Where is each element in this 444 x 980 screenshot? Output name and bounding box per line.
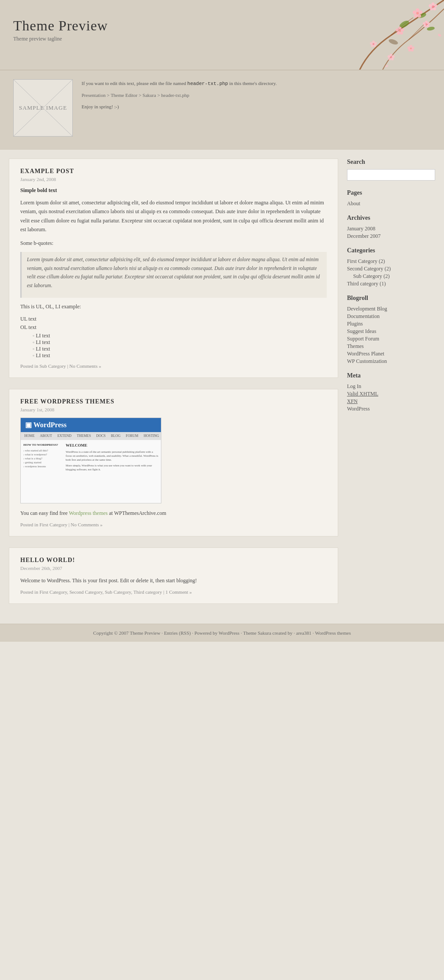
- cherry-blossom-decoration: [276, 0, 444, 70]
- pages-link-about[interactable]: About: [347, 200, 360, 207]
- blogroll-item-dev: Development Blog: [347, 305, 435, 313]
- svg-point-36: [391, 58, 394, 60]
- svg-point-1: [417, 12, 427, 19]
- meta-link-xhtml[interactable]: Valid XHTML: [347, 391, 378, 397]
- blogroll-link-themes[interactable]: Themes: [347, 343, 364, 349]
- category-link-third[interactable]: Third category (1): [347, 281, 386, 287]
- wp-screenshot-image: ▣ WordPress HOME ABOUT EXTEND THEMES DOC…: [20, 418, 161, 503]
- blockquote-text: Lorem ipsum dolor sit amet, consectetur …: [27, 255, 321, 290]
- svg-point-18: [400, 32, 403, 35]
- category-link-first[interactable]: First Category (2): [347, 258, 385, 264]
- svg-point-16: [399, 27, 402, 30]
- blogroll-link-dev[interactable]: Development Blog: [347, 306, 387, 312]
- post-comments-link-hello[interactable]: 1 Comment »: [165, 589, 192, 595]
- svg-point-23: [427, 22, 430, 25]
- svg-point-6: [418, 14, 421, 18]
- svg-point-0: [399, 19, 410, 29]
- two-column-layout: EXAMPLE POST January 2nd, 2008 Simple bo…: [0, 150, 444, 624]
- svg-point-5: [419, 11, 422, 14]
- meta-item-xhtml: Valid XHTML: [347, 390, 435, 398]
- svg-point-8: [413, 11, 416, 14]
- post-footer-example: Posted in Sub Category | No Comments »: [20, 363, 327, 369]
- post-category-link-hello[interactable]: First Category, Second Category, Sub Cat…: [39, 589, 162, 595]
- post-title-link-wp-themes[interactable]: FREE WORDPRESS THEMES: [20, 398, 114, 405]
- categories-list: First Category (2) Second Category (2) S…: [347, 258, 435, 288]
- category-link-sub[interactable]: Sub Category (2): [353, 273, 390, 279]
- svg-point-7: [414, 14, 418, 18]
- blogroll-link-suggest[interactable]: Suggest Ideas: [347, 328, 376, 334]
- svg-point-3: [426, 26, 435, 31]
- bold-text: Simple bold text: [20, 187, 327, 194]
- blogroll-link-plugins[interactable]: Plugins: [347, 321, 363, 327]
- post-category-link-wp[interactable]: First Category: [39, 522, 67, 527]
- blogroll-item-suggest: Suggest Ideas: [347, 328, 435, 335]
- list-item: LI text: [29, 333, 327, 339]
- blogroll-link-support[interactable]: Support Forum: [347, 336, 379, 342]
- svg-point-10: [432, 3, 435, 6]
- svg-point-35: [392, 55, 395, 58]
- meta-item-login: Log In: [347, 383, 435, 390]
- svg-point-27: [425, 23, 427, 25]
- svg-point-32: [407, 47, 410, 49]
- blockquote: Lorem ipsum dolor sit amet, consectetur …: [20, 252, 327, 298]
- enjoy-text: Enjoy in spring! :-): [82, 103, 277, 111]
- main-content: EXAMPLE POST January 2nd, 2008 Simple bo…: [9, 159, 338, 615]
- category-item-sub: Sub Category (2): [347, 273, 435, 280]
- search-input[interactable]: [347, 169, 435, 181]
- svg-point-25: [424, 25, 426, 27]
- wp-screenshot-body: HOW TO WORDPRESS? › who started all this…: [21, 440, 161, 503]
- sidebar-pages-heading: Pages: [347, 189, 435, 196]
- post-category-link[interactable]: Sub Category: [39, 363, 66, 369]
- svg-point-46: [371, 44, 373, 47]
- archives-link-jan[interactable]: January 2008: [347, 226, 375, 232]
- site-header: Theme Preview Theme preview tagline: [0, 0, 444, 70]
- svg-point-34: [390, 54, 392, 56]
- svg-point-31: [408, 49, 411, 52]
- svg-point-17: [401, 29, 404, 32]
- svg-point-9: [416, 12, 419, 15]
- blogroll-item-wp-custom: WP Customization: [347, 358, 435, 365]
- blogroll-link-wp-planet[interactable]: WordPress Planet: [347, 351, 384, 357]
- svg-point-14: [429, 4, 432, 7]
- svg-point-26: [423, 22, 425, 25]
- bquotes-label: Some b-quotes:: [20, 239, 327, 248]
- site-footer: Copyright © 2007 Theme Preview · Entries…: [0, 624, 444, 642]
- svg-point-33: [410, 48, 412, 49]
- wordpress-themes-link[interactable]: Wordpress themes: [69, 510, 108, 516]
- meta-link-wp[interactable]: WordPress: [347, 406, 370, 412]
- meta-item-xfn: XFN: [347, 398, 435, 405]
- post-comments-link-wp[interactable]: No Comments »: [71, 522, 102, 527]
- svg-point-39: [390, 56, 392, 58]
- blogroll-link-wp-custom[interactable]: WP Customization: [347, 358, 387, 364]
- wp-screenshot-sidebar: HOW TO WORDPRESS? › who started all this…: [23, 443, 63, 500]
- archives-link-dec[interactable]: December 2007: [347, 233, 381, 239]
- blogroll-link-docs[interactable]: Documentation: [347, 313, 380, 319]
- breadcrumb-path: Presentation > Theme Editor > Sakura > h…: [82, 91, 277, 100]
- post-content-wp-themes: ▣ WordPress HOME ABOUT EXTEND THEMES DOC…: [20, 418, 327, 518]
- post-link-text: You can easy find free Wordpress themes …: [20, 509, 327, 518]
- post-footer-wp-themes: Posted in First Category | No Comments »: [20, 522, 327, 527]
- post-title-link-hello[interactable]: HELLO WORLD!: [20, 557, 75, 563]
- category-link-second[interactable]: Second Category (2): [347, 266, 391, 272]
- svg-point-21: [399, 30, 401, 32]
- post-comments-link[interactable]: No Comments »: [69, 363, 101, 369]
- list-item: LI text: [29, 346, 327, 352]
- sidebar: Search Pages About Archives January 2008…: [347, 159, 435, 615]
- footer-text: Copyright © 2007 Theme Preview · Entries…: [93, 630, 351, 636]
- list-item: LI text: [29, 352, 327, 359]
- meta-link-xfn[interactable]: XFN: [347, 398, 358, 404]
- ul-ol-label: This is UL, OL, LI example:: [20, 302, 327, 311]
- sidebar-categories-heading: Categories: [347, 247, 435, 254]
- sidebar-blogroll-heading: Blogroll: [347, 295, 435, 302]
- post-title-link-example[interactable]: EXAMPLE POST: [20, 168, 74, 174]
- wp-logo: ▣ WordPress: [25, 421, 67, 429]
- svg-point-40: [437, 33, 441, 37]
- sample-image: SAMPLE IMAGE: [13, 79, 73, 137]
- pages-list: About: [347, 200, 435, 207]
- meta-link-login[interactable]: Log In: [347, 383, 361, 389]
- page-wrapper: SAMPLE IMAGE If you want to edit this te…: [0, 70, 444, 642]
- list-item: LI text: [29, 339, 327, 346]
- svg-point-19: [397, 32, 400, 35]
- post-content-hello: Welcome to WordPress. This is your first…: [20, 576, 327, 585]
- edit-instruction: If you want to edit this text, please ed…: [82, 79, 277, 89]
